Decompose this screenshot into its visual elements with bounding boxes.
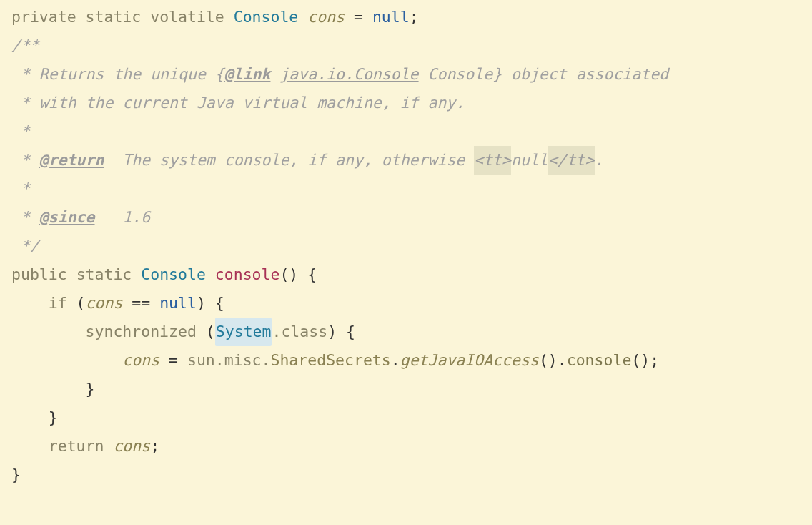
brace-close: } (49, 403, 58, 432)
javadoc-line[interactable]: * (11, 175, 812, 203)
javadoc-link-target: java.io.Console (279, 60, 418, 89)
code-line[interactable]: cons = sun.misc.SharedSecrets.getJavaIOA… (11, 346, 812, 375)
javadoc-at-link: @link (224, 60, 271, 89)
keyword-volatile: volatile (150, 3, 224, 31)
dot-class: .class (272, 323, 327, 340)
method-call-console: console (567, 346, 632, 375)
javadoc-close[interactable]: */ (11, 232, 812, 260)
brace-close: } (86, 375, 95, 403)
javadoc-return[interactable]: * @return The system console, if any, ot… (11, 146, 812, 175)
field-cons: cons (113, 432, 150, 461)
brace-close: } (11, 461, 21, 489)
keyword-private: private (11, 3, 76, 31)
type-console: Console (141, 260, 206, 289)
javadoc-line[interactable]: * with the current Java virtual machine,… (11, 89, 812, 117)
javadoc-line[interactable]: * Returns the unique {@link java.io.Cons… (11, 60, 812, 89)
field-cons: cons (86, 289, 123, 318)
javadoc-since[interactable]: * @since 1.6 (11, 203, 812, 232)
operator-eq: = (354, 3, 363, 31)
html-tag-tt-close: </tt> (548, 146, 595, 175)
keyword-return: return (49, 432, 104, 461)
code-line[interactable]: if (cons == null) { (11, 289, 812, 318)
type-system-highlighted: System (215, 318, 272, 346)
keyword-synchronized: synchronized (86, 318, 197, 346)
javadoc-line[interactable]: * (11, 117, 812, 146)
code-line[interactable]: } (11, 403, 812, 432)
code-line[interactable]: } (11, 375, 812, 403)
keyword-static: static (86, 3, 142, 31)
code-line[interactable]: private static volatile Console cons = n… (11, 3, 812, 31)
literal-null: null (159, 289, 197, 318)
type-console: Console (234, 3, 299, 31)
keyword-static: static (76, 260, 132, 289)
javadoc-open[interactable]: /** (11, 31, 812, 60)
field-cons: cons (307, 3, 345, 31)
keyword-public: public (11, 260, 67, 289)
code-line[interactable]: synchronized (System.class) { (11, 318, 812, 346)
semicolon: ; (410, 3, 419, 31)
package-sun-misc: sun.misc. (187, 346, 271, 375)
code-line[interactable]: return cons; (11, 432, 812, 461)
method-name-console: console (215, 260, 280, 289)
javadoc-at-since: @since (39, 203, 95, 232)
keyword-if: if (49, 289, 67, 318)
field-cons: cons (122, 346, 159, 375)
html-tag-tt-open: <tt> (474, 146, 511, 175)
javadoc-at-return: @return (39, 146, 104, 175)
code-editor[interactable]: private static volatile Console cons = n… (0, 0, 812, 489)
method-getjavaioaccess: getJavaIOAccess (400, 346, 539, 375)
type-sharedsecrets: SharedSecrets (270, 346, 390, 375)
code-line[interactable]: } (11, 461, 812, 489)
method-signature[interactable]: public static Console console() { (11, 260, 812, 289)
literal-null: null (372, 3, 410, 31)
